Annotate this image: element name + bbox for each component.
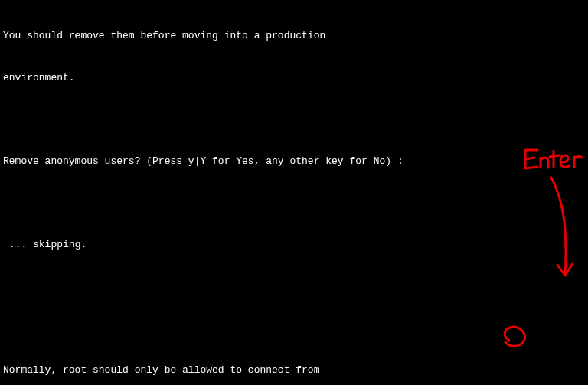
terminal-output[interactable]: You should remove them before moving int… xyxy=(3,2,585,385)
terminal-line: ... skipping. xyxy=(3,238,585,252)
terminal-line xyxy=(3,197,585,210)
terminal-line: Remove anonymous users? (Press y|Y for Y… xyxy=(3,155,585,168)
terminal-line: Normally, root should only be allowed to… xyxy=(3,364,585,377)
terminal-line: environment. xyxy=(3,71,585,85)
terminal-line: You should remove them before moving int… xyxy=(3,29,585,43)
terminal-line xyxy=(3,113,585,127)
terminal-line xyxy=(3,321,585,335)
terminal-line xyxy=(3,280,585,294)
